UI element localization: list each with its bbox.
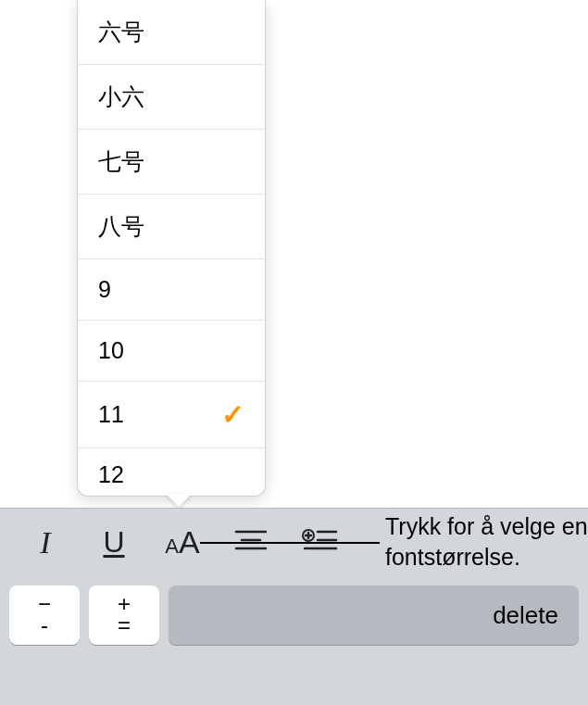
callout-text: Trykk for å velge en fontstørrelse. bbox=[385, 511, 588, 572]
keyboard-bg bbox=[0, 654, 588, 705]
size-option[interactable]: 12 bbox=[78, 448, 265, 496]
delete-label: delete bbox=[493, 601, 558, 630]
size-label: 10 bbox=[98, 337, 124, 364]
checkmark-icon: ✓ bbox=[221, 398, 244, 431]
size-option[interactable]: 10 bbox=[78, 321, 265, 382]
underline-button[interactable]: U bbox=[83, 516, 144, 570]
size-label: 七号 bbox=[98, 146, 144, 177]
keyboard-row: − - + = delete bbox=[0, 576, 588, 654]
size-option[interactable]: 六号 bbox=[78, 0, 265, 65]
font-size-icon: AA bbox=[165, 524, 199, 560]
popover-tail bbox=[166, 494, 192, 507]
key-bottom-label: - bbox=[41, 615, 48, 636]
plus-equals-key[interactable]: + = bbox=[89, 585, 159, 645]
underline-icon: U bbox=[103, 525, 124, 560]
italic-button[interactable]: I bbox=[15, 516, 76, 570]
font-size-list: 六号 小六 七号 八号 9 10 11 ✓ 12 bbox=[78, 0, 265, 496]
size-option[interactable]: 八号 bbox=[78, 195, 265, 259]
key-bottom-label: = bbox=[118, 615, 131, 636]
size-label: 八号 bbox=[98, 211, 144, 242]
size-option[interactable]: 小六 bbox=[78, 65, 265, 130]
size-label: 六号 bbox=[98, 17, 144, 47]
callout-leader-line bbox=[200, 542, 380, 544]
size-option[interactable]: 七号 bbox=[78, 130, 265, 195]
font-size-popover: 六号 小六 七号 八号 9 10 11 ✓ 12 bbox=[77, 0, 266, 497]
size-option-selected[interactable]: 11 ✓ bbox=[78, 382, 265, 448]
italic-icon: I bbox=[40, 525, 50, 560]
size-label: 9 bbox=[98, 276, 111, 303]
size-label: 小六 bbox=[98, 82, 144, 112]
size-label: 11 bbox=[98, 401, 124, 428]
size-label: 12 bbox=[98, 461, 124, 488]
delete-key[interactable]: delete bbox=[169, 585, 579, 645]
minus-hyphen-key[interactable]: − - bbox=[9, 585, 80, 645]
size-option[interactable]: 9 bbox=[78, 259, 265, 321]
